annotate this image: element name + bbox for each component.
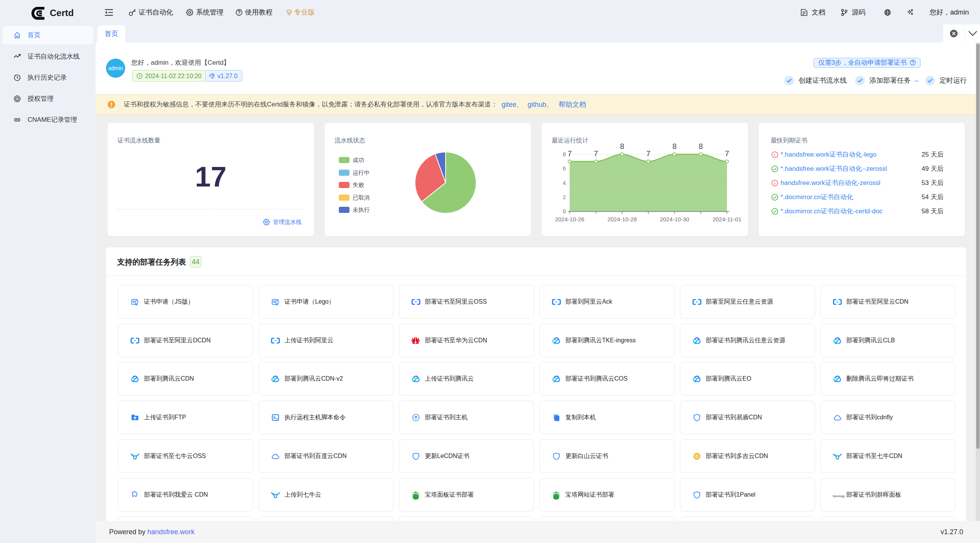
svg-text:D: D: [695, 453, 699, 459]
svg-text:Synology: Synology: [833, 495, 845, 498]
